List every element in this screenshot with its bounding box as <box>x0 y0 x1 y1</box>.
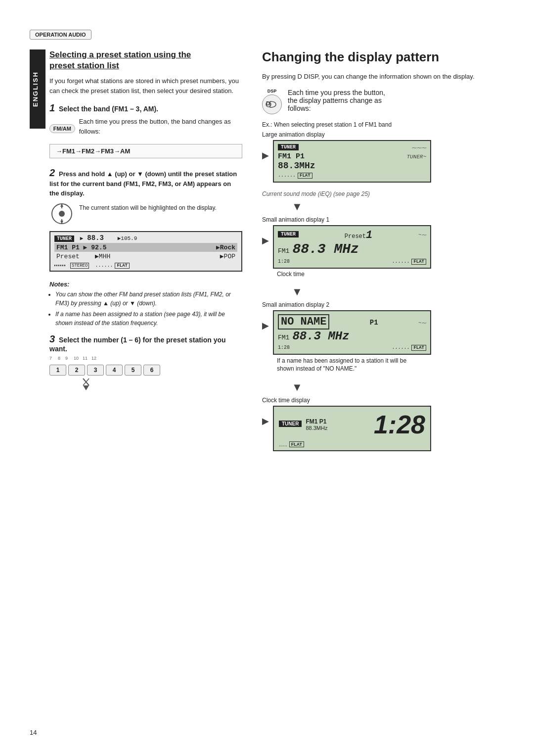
clock-note: Clock time <box>277 271 504 278</box>
right-title: Changing the display pattern <box>262 49 504 65</box>
left-arrow-1: ▶ <box>262 150 269 161</box>
svg-point-1 <box>59 211 65 217</box>
hand-caption: The current station will be highlighted … <box>79 203 217 212</box>
svg-point-6 <box>61 204 63 206</box>
page-number: 14 <box>30 729 37 736</box>
hand-point-icon <box>79 377 94 391</box>
logo-area: OPERATION AUDIO <box>30 30 504 40</box>
step-1: 1 Select the band (FM1 – 3, AM). FM/AM E… <box>49 102 242 158</box>
display1-label: Large animation display <box>262 131 504 138</box>
intro-text: If you forget what stations are stored i… <box>49 76 242 95</box>
arrow-down-2: ▼ <box>292 285 303 298</box>
step-2: 2 Press and hold ▲ (up) or ▼ (down) unti… <box>49 167 242 272</box>
btn-2[interactable]: 2 <box>68 365 85 376</box>
number-buttons: 1 2 3 4 5 6 <box>49 365 242 376</box>
notes-title: Notes: <box>49 281 242 288</box>
logo-box: OPERATION AUDIO <box>30 30 91 40</box>
left-column: ENGLISH Selecting a preset station using… <box>30 49 242 726</box>
disp-caption: Each time you press the button, the disp… <box>288 89 385 112</box>
display2-label: Small animation display 1 <box>262 216 504 223</box>
example-label: Ex.: When selecting preset station 1 of … <box>262 121 504 128</box>
disp-button-icon: D <box>262 94 282 114</box>
step-3: 3 Select the number (1 – 6) for the pres… <box>49 333 242 393</box>
left-arrow-2: ▶ <box>262 235 269 246</box>
section-title: Selecting a preset station using the pre… <box>49 49 242 71</box>
btn-3[interactable]: 3 <box>87 365 104 376</box>
left-arrow-3: ▶ <box>262 320 269 331</box>
display-screen-4: TUNER FM1 P1 88.3MHz 1:28 ...... FLAT <box>273 406 431 451</box>
left-arrow-4: ▶ <box>262 416 269 426</box>
btn-4[interactable]: 4 <box>106 365 123 376</box>
btn-5[interactable]: 5 <box>125 365 141 376</box>
notes-list: You can show the other FM band preset st… <box>49 290 242 328</box>
noname-caption: If a name has been assigned to a station… <box>277 357 415 374</box>
btn-6[interactable]: 6 <box>143 365 160 376</box>
note-item: You can show the other FM band preset st… <box>55 290 242 308</box>
btn-1[interactable]: 1 <box>49 365 66 376</box>
display4-label: Clock time display <box>262 397 504 404</box>
display4-section: Clock time display ▶ TUNER FM1 P1 88.3MH… <box>262 397 504 451</box>
display2-section: Small animation display 1 ▶ TUNER Preset… <box>262 216 504 278</box>
arrow-down-1: ▼ <box>292 200 303 213</box>
svg-point-7 <box>61 221 63 223</box>
ieq-note: Current sound mode (iEQ) (see page 25) <box>262 190 504 197</box>
preset-display: TUNER ▶ 88.3 ▶105.9 FM1 P1 ▶ 92.5 ▶Rock … <box>49 231 242 272</box>
display3-section: Small animation display 2 ▶ NO NAME P1 ~… <box>262 301 504 374</box>
svg-marker-10 <box>83 385 89 390</box>
arrow-down-3: ▼ <box>292 381 303 394</box>
logo-text: OPERATION AUDIO <box>35 32 86 38</box>
display-screen-1: TUNER ⁓⁓⁓ FM1 P1 TUNER~ 88.3MHz ...... F… <box>273 140 431 183</box>
right-intro: By pressing D DISP, you can change the i… <box>262 72 504 82</box>
display-screen-2: TUNER Preset1 ~⁓ FM1 88.3 MHz 1:28 .....… <box>273 225 431 269</box>
note-item: If a name has been assigned to a station… <box>55 310 242 328</box>
dial-icon <box>49 201 74 226</box>
english-tab: ENGLISH <box>30 49 45 129</box>
display3-label: Small animation display 2 <box>262 301 504 308</box>
right-column: Changing the display pattern By pressing… <box>262 49 504 726</box>
display1-section: Large animation display ▶ TUNER ⁓⁓⁓ FM1 … <box>262 131 504 183</box>
notes-section: Notes: You can show the other FM band pr… <box>49 281 242 328</box>
fm-am-button: FM/AM <box>49 124 75 133</box>
band-flow-diagram: →FM1→FM2→FM3→AM <box>49 144 242 158</box>
display-screen-3: NO NAME P1 ~⁓ FM1 88.3 MHz 1:28 ...... F… <box>273 310 431 355</box>
disp-area: DSP D Each time you press the button, th… <box>262 89 504 114</box>
